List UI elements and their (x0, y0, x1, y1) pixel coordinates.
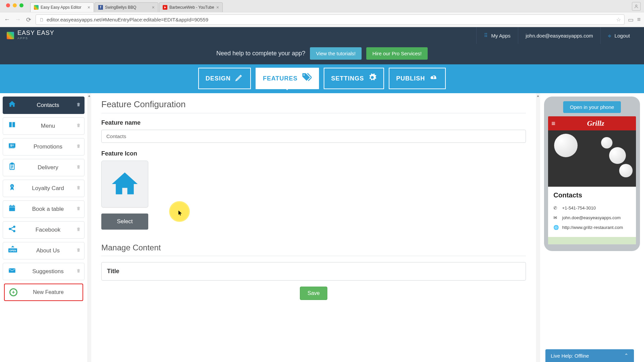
profile-icon[interactable] (632, 2, 641, 11)
maximize-window-icon[interactable] (19, 3, 23, 7)
favicon-icon (163, 5, 167, 10)
sidebar-item-label: Loyalty Card (20, 185, 76, 192)
tab-label: DESIGN (206, 75, 231, 82)
tab-settings[interactable]: SETTINGS (324, 68, 384, 89)
select-icon-button[interactable]: Select (101, 214, 148, 230)
view-tutorials-button[interactable]: View the tutorials! (310, 47, 362, 60)
contact-website-row[interactable]: 🌐 http://www.grillz-restaurant.com (553, 223, 631, 232)
trash-icon[interactable] (76, 247, 81, 254)
open-in-phone-button[interactable]: Open in your phone (563, 101, 621, 113)
scroll-up-icon[interactable]: ▲ (536, 93, 540, 98)
sidebar-scrollbar[interactable]: ▲ ▼ (87, 93, 91, 362)
sidebar-item-label: Promotions (20, 143, 76, 150)
back-icon[interactable]: ← (3, 16, 11, 23)
config-panel: Feature Configuration Feature name Featu… (91, 93, 536, 362)
feature-icon-preview (101, 161, 148, 207)
sidebar-item-suggestions[interactable]: Suggestions (3, 263, 85, 280)
dollar-icon: $≡ (8, 141, 20, 152)
contact-phone-row[interactable]: ✆ +1-541-754-3010 (553, 203, 631, 213)
phone-frame: Open in your phone ≡ Grillz Contacts ✆ (544, 97, 640, 251)
browser-tab-3[interactable]: BarbecueWeb - YouTube × (159, 2, 223, 12)
tab-publish[interactable]: PUBLISH (389, 68, 446, 89)
minimize-window-icon[interactable] (13, 3, 17, 7)
contact-email-row[interactable]: ✉ john.doe@easyeasyapps.com (553, 213, 631, 223)
tag-icon (302, 72, 312, 84)
live-help-widget[interactable]: Live Help: Offline ⌃ (545, 349, 634, 362)
trash-icon[interactable] (76, 164, 81, 171)
tab-close-icon[interactable]: × (152, 5, 155, 10)
site-info-icon[interactable]: 🗋 (39, 17, 44, 22)
sidebar-item-contacts[interactable]: Contacts (3, 97, 85, 114)
sidebar-item-menu[interactable]: Menu (3, 117, 85, 135)
browser-tab-1[interactable]: Easy Easy Apps Editor × (30, 2, 94, 12)
sidebar-item-loyalty[interactable]: 1 Loyalty Card (3, 180, 85, 197)
sidebar-item-label: Menu (20, 123, 76, 129)
browser-tabs: Easy Easy Apps Editor × f SwingBellys BB… (0, 0, 644, 12)
trash-icon[interactable] (76, 268, 81, 275)
phone-app-header: ≡ Grillz (548, 116, 636, 130)
grid-icon: ⠿ (484, 33, 488, 39)
reload-icon[interactable]: ⟳ (25, 16, 32, 23)
tab-close-icon[interactable]: × (88, 5, 90, 10)
account-email[interactable]: john.doe@easyeasyapps.com (518, 27, 600, 44)
tab-label: SETTINGS (331, 75, 364, 82)
manage-content-heading: Manage Content (101, 243, 526, 256)
logo[interactable]: EASY EASY APPS (7, 30, 54, 41)
logo-icon (7, 32, 14, 39)
share-icon (8, 225, 20, 235)
menu-icon[interactable]: ≡ (637, 16, 641, 23)
contact-email: john.doe@easyeasyapps.com (562, 215, 621, 220)
present-icon[interactable]: ▭ (628, 16, 634, 23)
sidebar-item-about[interactable]: OPEN About Us (3, 242, 85, 259)
globe-icon: 🌐 (553, 225, 559, 230)
sidebar-item-label: Book a table (20, 206, 76, 213)
close-window-icon[interactable] (6, 3, 10, 7)
save-button[interactable]: Save (300, 287, 327, 300)
help-prompt: Need help to complete your app? (216, 50, 305, 57)
tab-title: BarbecueWeb - YouTube (169, 5, 214, 10)
svg-point-0 (636, 5, 637, 6)
book-icon (8, 121, 20, 131)
sidebar-item-book-table[interactable]: Book a table (3, 200, 85, 218)
phone-screen: ≡ Grillz Contacts ✆ +1-541-754-3010 (548, 116, 636, 244)
browser-tab-2[interactable]: f SwingBellys BBQ × (95, 2, 158, 12)
url-bar[interactable]: 🗋 editor.easyeasyapps.net/#MenuEntryPlac… (36, 14, 625, 25)
hire-pro-button[interactable]: Hire our Pro Services! (366, 47, 428, 60)
svg-text:$≡: $≡ (10, 143, 14, 147)
content-title-label: Title (107, 268, 520, 275)
phone-screen-heading: Contacts (553, 191, 631, 199)
trash-icon[interactable] (76, 102, 81, 109)
trash-icon[interactable] (76, 123, 81, 129)
new-feature-button[interactable]: + New Feature (4, 284, 83, 301)
window-controls[interactable] (3, 1, 27, 9)
trash-icon[interactable] (76, 227, 81, 233)
sidebar-item-promotions[interactable]: $≡ Promotions (3, 138, 85, 156)
contact-phone: +1-541-754-3010 (562, 205, 596, 210)
trash-icon[interactable] (76, 143, 81, 150)
phone-body: Contacts ✆ +1-541-754-3010 ✉ john.doe@ea… (548, 187, 636, 237)
chevron-up-icon: ⌃ (624, 353, 629, 359)
bookmark-icon[interactable]: ☆ (616, 16, 621, 23)
sidebar-item-facebook[interactable]: Facebook (3, 221, 85, 239)
tab-design[interactable]: DESIGN (198, 68, 251, 89)
trash-icon[interactable] (76, 185, 81, 192)
phone-app-title: Grillz (559, 119, 633, 128)
feature-name-label: Feature name (101, 119, 526, 126)
config-heading: Feature Configuration (101, 99, 526, 113)
scroll-up-icon[interactable]: ▲ (87, 93, 91, 98)
trash-icon[interactable] (76, 206, 81, 213)
tab-close-icon[interactable]: × (216, 5, 219, 10)
sidebar-item-delivery[interactable]: Delivery (3, 159, 85, 176)
hamburger-icon[interactable]: ≡ (551, 120, 555, 127)
tab-features[interactable]: FEATURES (256, 68, 319, 89)
sidebar-item-label: Suggestions (20, 268, 76, 275)
tab-label: PUBLISH (396, 75, 425, 82)
config-scrollbar[interactable]: ▲ ▼ (536, 93, 540, 362)
logout-link[interactable]: ⎆ Logout (600, 27, 637, 44)
feature-name-input[interactable] (101, 130, 526, 143)
my-apps-link[interactable]: ⠿ My Apps (476, 27, 518, 44)
phone-hero-image (548, 130, 636, 187)
email-text: john.doe@easyeasyapps.com (526, 33, 593, 39)
sidebar-item-label: Delivery (20, 164, 76, 171)
svg-rect-14 (9, 268, 15, 273)
